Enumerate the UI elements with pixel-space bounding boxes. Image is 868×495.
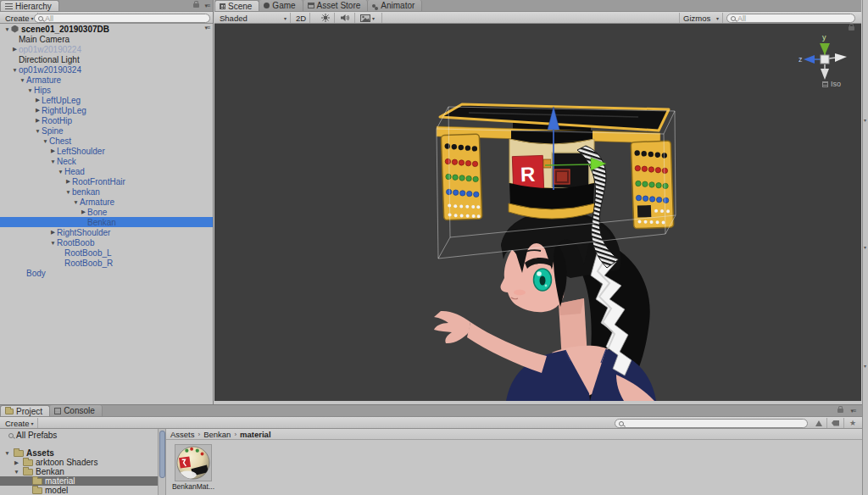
hierarchy-create-button[interactable]: Create▾ xyxy=(2,13,38,23)
panel-menu-icon[interactable]: ▾≡ xyxy=(204,3,209,8)
hierarchy-item-head[interactable]: ▼Head xyxy=(0,166,213,176)
scene-search-input[interactable] xyxy=(737,14,851,23)
hierarchy-item-rootfronthair[interactable]: ▶RootFrontHair xyxy=(0,176,213,186)
hierarchy-item-rootboob-r[interactable]: RootBoob_R xyxy=(0,258,213,268)
hierarchy-item-benkan[interactable]: Benkan xyxy=(0,217,213,227)
breadcrumb-benkan[interactable]: Benkan xyxy=(203,430,231,439)
asset-tile-benkanmat[interactable]: BenkanMat... xyxy=(171,444,215,491)
foldout-arrow-icon[interactable]: ▼ xyxy=(34,128,42,134)
foldout-arrow-icon[interactable]: ▶ xyxy=(34,107,42,114)
hierarchy-item-scene01-20190307db[interactable]: ▼scene01_20190307DB▾≡ xyxy=(0,24,213,34)
axis-bottom-cone[interactable] xyxy=(821,69,829,80)
hierarchy-search[interactable] xyxy=(34,14,210,23)
lock-icon[interactable] xyxy=(193,3,199,8)
scene-context-menu-icon[interactable]: ▾≡ xyxy=(204,25,209,30)
hierarchy-item-rootboob-l[interactable]: RootBoob_L xyxy=(0,248,213,258)
foldout-arrow-icon[interactable]: ▼ xyxy=(26,87,34,93)
hierarchy-search-input[interactable] xyxy=(45,14,206,23)
foldout-arrow-icon[interactable]: ▼ xyxy=(3,26,11,32)
lock-icon[interactable] xyxy=(837,409,843,413)
project-folder-arktoon-shaders[interactable]: ▶arktoon Shaders xyxy=(0,458,158,467)
hierarchy-item-body[interactable]: Body xyxy=(0,268,213,278)
hierarchy-item-op01w20190324[interactable]: ▼op01w20190324 xyxy=(0,64,213,75)
tab-asset-store[interactable]: Asset Store xyxy=(303,0,369,11)
hierarchy-item-rootboob[interactable]: ▼RootBoob xyxy=(0,237,213,248)
project-folder-benkan[interactable]: ▼Benkan xyxy=(0,467,158,476)
tab-console[interactable]: Console xyxy=(50,405,103,416)
tab-animator[interactable]: Animator xyxy=(368,0,422,11)
lighting-toggle[interactable] xyxy=(316,13,335,23)
2d-toggle[interactable]: 2D xyxy=(292,13,310,23)
breadcrumb-assets[interactable]: Assets xyxy=(170,430,195,439)
foldout-arrow-icon[interactable]: ▼ xyxy=(3,450,11,456)
favorite-all-prefabs[interactable]: All Prefabs xyxy=(0,431,158,440)
scene-search[interactable] xyxy=(726,14,855,23)
scene-viewport[interactable]: R xyxy=(214,24,861,401)
hierarchy-item-rightshoulder[interactable]: ▶RightShoulder xyxy=(0,227,213,237)
axis-center-cube[interactable] xyxy=(821,55,829,64)
axis-z-cone[interactable] xyxy=(804,55,815,64)
project-search-input[interactable] xyxy=(626,420,804,428)
foldout-arrow-icon[interactable]: ▼ xyxy=(64,189,72,195)
foldout-arrow-icon[interactable]: ▶ xyxy=(34,117,42,124)
projection-mode[interactable]: Iso xyxy=(822,80,841,88)
hierarchy-item-roothip[interactable]: ▶RootHip xyxy=(0,115,213,125)
save-search-button[interactable]: ★ xyxy=(844,418,861,428)
tab-hierarchy[interactable]: Hierarchy xyxy=(0,0,59,11)
foldout-arrow-icon[interactable]: ▼ xyxy=(49,240,57,246)
project-folder-model[interactable]: model xyxy=(0,486,158,495)
foldout-arrow-icon[interactable]: ▼ xyxy=(13,469,20,475)
hierarchy-item-armature[interactable]: ▼Armature xyxy=(0,197,213,207)
hierarchy-item-rightupleg[interactable]: ▶RightUpLeg xyxy=(0,105,213,115)
axis-y-cone[interactable] xyxy=(820,43,830,55)
foldout-arrow-icon[interactable]: ▼ xyxy=(19,77,26,83)
hierarchy-item-main-camera[interactable]: Main Camera xyxy=(0,34,213,44)
project-create-button[interactable]: Create▾ xyxy=(2,418,38,428)
hierarchy-item-spine[interactable]: ▼Spine xyxy=(0,125,213,136)
hierarchy-item-leftshoulder[interactable]: ▶LeftShoulder xyxy=(0,146,213,156)
hierarchy-item-chest[interactable]: ▼Chest xyxy=(0,136,213,146)
foldout-arrow-icon[interactable]: ▼ xyxy=(72,199,80,205)
tab-project[interactable]: Project xyxy=(0,405,50,416)
foldout-arrow-icon[interactable]: ▶ xyxy=(49,147,57,154)
panel-menu-icon[interactable]: ▾≡ xyxy=(850,409,855,413)
hierarchy-item-benkan[interactable]: ▼benkan xyxy=(0,186,213,197)
foldout-arrow-icon[interactable]: ▼ xyxy=(11,67,19,73)
tab-scene[interactable]: Scene xyxy=(214,0,259,11)
foldout-arrow-icon[interactable]: ▶ xyxy=(34,97,42,103)
axis-x-cone[interactable] xyxy=(835,53,847,62)
audio-toggle[interactable] xyxy=(337,13,355,23)
foldout-arrow-icon[interactable]: ▶ xyxy=(49,229,57,236)
scrollbar-thumb[interactable] xyxy=(159,431,165,478)
hierarchy-item-hips[interactable]: ▼Hips xyxy=(0,85,213,95)
project-folder-assets[interactable]: ▼Assets xyxy=(0,448,158,458)
move-gizmo-x-axis[interactable] xyxy=(545,164,591,165)
hierarchy-item-armature[interactable]: ▼Armature xyxy=(0,75,213,85)
search-by-label-button[interactable] xyxy=(827,418,844,428)
character-model[interactable] xyxy=(434,211,656,401)
foldout-arrow-icon[interactable]: ▶ xyxy=(11,46,19,53)
foldout-arrow-icon[interactable]: ▶ xyxy=(80,209,87,215)
hierarchy-item-bone[interactable]: ▶Bone xyxy=(0,207,213,217)
inspector-lock-icon[interactable] xyxy=(849,26,854,31)
shading-mode-dropdown[interactable]: Shaded▾ xyxy=(216,13,291,23)
hierarchy-item-directional-light[interactable]: Directional Light xyxy=(0,54,213,64)
project-tree-scrollbar[interactable] xyxy=(158,429,166,495)
orientation-gizmo[interactable]: y z xyxy=(798,32,851,85)
foldout-arrow-icon[interactable]: ▶ xyxy=(13,459,20,466)
collapsed-panel-strip[interactable]: ▾ ▾ ▾ xyxy=(862,0,868,495)
project-folder-material[interactable]: material xyxy=(0,476,158,486)
foldout-arrow-icon[interactable]: ▼ xyxy=(57,169,64,175)
hierarchy-item-leftupleg[interactable]: ▶LeftUpLeg xyxy=(0,95,213,105)
foldout-arrow-icon[interactable]: ▼ xyxy=(42,138,49,144)
tab-game[interactable]: Game xyxy=(259,0,303,11)
hierarchy-item-neck[interactable]: ▼Neck xyxy=(0,156,213,166)
hierarchy-item-op01w20190224[interactable]: ▶op01w20190224 xyxy=(0,44,213,54)
breadcrumb-material[interactable]: material xyxy=(240,430,270,439)
search-by-type-button[interactable] xyxy=(810,418,827,428)
foldout-arrow-icon[interactable]: ▼ xyxy=(49,159,57,164)
effects-dropdown[interactable]: ▾ xyxy=(357,13,382,23)
project-search[interactable] xyxy=(615,419,808,428)
gizmos-dropdown[interactable]: Gizmos▾ xyxy=(679,13,723,23)
foldout-arrow-icon[interactable]: ▶ xyxy=(64,178,72,185)
